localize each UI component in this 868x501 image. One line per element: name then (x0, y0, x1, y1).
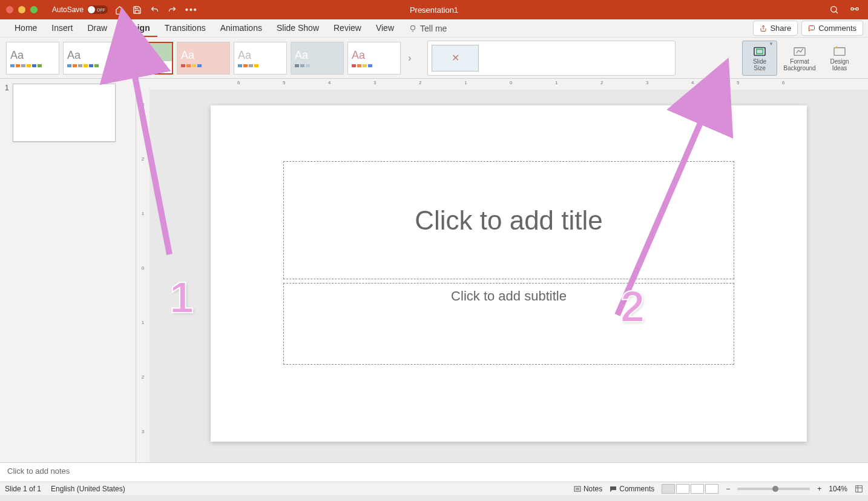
view-normal[interactable] (662, 484, 675, 494)
notes-icon (574, 486, 581, 492)
horizontal-ruler: 6 5 4 3 2 1 0 1 2 3 4 5 6 (150, 79, 868, 90)
title-placeholder[interactable]: Click to add title (283, 161, 734, 279)
tab-draw[interactable]: Draw (80, 19, 114, 37)
design-ribbon: Aa Aa Aa Aa Aa Aa Aa › ✕ Slide Size ▼ Fo… (0, 38, 868, 79)
svg-rect-8 (574, 486, 580, 491)
home-icon[interactable] (115, 5, 124, 15)
themes-gallery: Aa Aa Aa Aa Aa Aa Aa › (6, 42, 415, 75)
save-icon[interactable] (133, 5, 142, 15)
tell-me-search[interactable]: Tell me (401, 20, 454, 37)
slide-size-icon (753, 46, 766, 57)
theme-option-5[interactable]: Aa (234, 42, 287, 75)
language-status[interactable]: English (United States) (51, 485, 125, 493)
autosave-toggle[interactable]: AutoSave OFF (52, 5, 108, 14)
title-text: Click to add title (415, 205, 603, 236)
canvas-scroll[interactable]: Click to add title Click to add subtitle (150, 90, 868, 462)
work-area: 1 3 2 1 0 1 2 3 6 5 4 3 2 1 0 1 2 3 4 5 … (0, 79, 868, 462)
more-themes-button[interactable]: › (404, 42, 415, 75)
tab-review[interactable]: Review (326, 19, 369, 37)
design-ideas-button[interactable]: Design Ideas (822, 41, 857, 76)
svg-point-2 (856, 8, 858, 10)
zoom-in[interactable]: + (817, 485, 821, 493)
slide-thumbnail-1[interactable] (13, 84, 116, 142)
notes-pane[interactable]: Click to add notes (0, 462, 868, 482)
minimize-window-icon[interactable] (18, 6, 25, 13)
slide-canvas[interactable]: Click to add title Click to add subtitle (211, 105, 807, 442)
close-window-icon[interactable] (6, 6, 13, 13)
redo-icon[interactable] (168, 5, 177, 15)
variant-option-1[interactable]: ✕ (432, 45, 479, 71)
subtitle-text: Click to add subtitle (451, 288, 567, 304)
titlebar: AutoSave OFF ••• Presentation1 (0, 0, 868, 19)
subtitle-placeholder[interactable]: Click to add subtitle (283, 283, 734, 365)
zoom-level[interactable]: 104% (829, 485, 847, 493)
zoom-out[interactable]: − (726, 485, 730, 493)
slide-thumbnail-panel: 1 (0, 79, 136, 462)
view-reading[interactable] (691, 484, 704, 494)
status-bar: Slide 1 of 1 English (United States) Not… (0, 482, 868, 495)
svg-point-3 (411, 25, 415, 30)
document-title: Presentation1 (410, 5, 458, 15)
more-icon[interactable]: ••• (185, 5, 198, 15)
comments-toggle[interactable]: Comments (610, 485, 654, 493)
vertical-ruler: 3 2 1 0 1 2 3 (136, 79, 150, 462)
svg-point-0 (831, 7, 837, 12)
variants-gallery[interactable]: ✕ (427, 41, 676, 76)
share-button[interactable]: Share (753, 21, 798, 36)
window-controls (0, 6, 38, 13)
comments-button[interactable]: Comments (801, 21, 863, 36)
undo-icon[interactable] (150, 5, 159, 15)
tab-view[interactable]: View (369, 19, 401, 37)
tab-animations[interactable]: Animations (213, 19, 269, 37)
view-slideshow[interactable] (705, 484, 718, 494)
tab-transitions[interactable]: Transitions (157, 19, 213, 37)
theme-option-1[interactable]: Aa (6, 42, 59, 75)
share-tray-icon[interactable] (850, 5, 860, 15)
search-icon[interactable] (829, 5, 839, 15)
view-sorter[interactable] (676, 484, 689, 494)
theme-option-4[interactable]: Aa (177, 42, 230, 75)
canvas-area: 6 5 4 3 2 1 0 1 2 3 4 5 6 Click to add t… (150, 79, 868, 462)
notes-toggle[interactable]: Notes (574, 485, 602, 493)
design-ideas-icon (833, 46, 846, 57)
svg-point-1 (851, 8, 853, 10)
tab-design[interactable]: Design (114, 19, 157, 37)
ribbon-tabs: Home Insert Draw Design Transitions Anim… (0, 19, 868, 38)
autosave-switch[interactable]: OFF (87, 5, 108, 14)
slide-count: Slide 1 of 1 (5, 485, 41, 493)
theme-option-7[interactable]: Aa (347, 42, 401, 75)
svg-rect-5 (757, 49, 763, 53)
comment-icon (808, 25, 815, 32)
svg-rect-7 (834, 47, 845, 55)
tab-slideshow[interactable]: Slide Show (269, 19, 326, 37)
format-bg-icon (793, 46, 806, 57)
format-background-button[interactable]: Format Background (782, 41, 817, 76)
notes-placeholder: Click to add notes (7, 466, 70, 476)
theme-option-6[interactable]: Aa (291, 42, 344, 75)
autosave-label: AutoSave (52, 5, 84, 14)
maximize-window-icon[interactable] (30, 6, 38, 13)
tab-home[interactable]: Home (7, 19, 44, 37)
tab-insert[interactable]: Insert (44, 19, 80, 37)
svg-rect-9 (856, 485, 863, 492)
fit-window-icon[interactable] (855, 485, 863, 493)
slide-thumb-number: 1 (5, 84, 9, 457)
slide-size-button[interactable]: Slide Size ▼ (742, 41, 777, 76)
comment-small-icon (610, 486, 617, 492)
theme-option-3[interactable]: Aa (120, 42, 173, 75)
bulb-icon (409, 24, 417, 33)
share-icon (760, 25, 767, 32)
zoom-slider[interactable] (737, 488, 810, 490)
view-mode-buttons (662, 484, 718, 494)
theme-option-2[interactable]: Aa (63, 42, 116, 75)
